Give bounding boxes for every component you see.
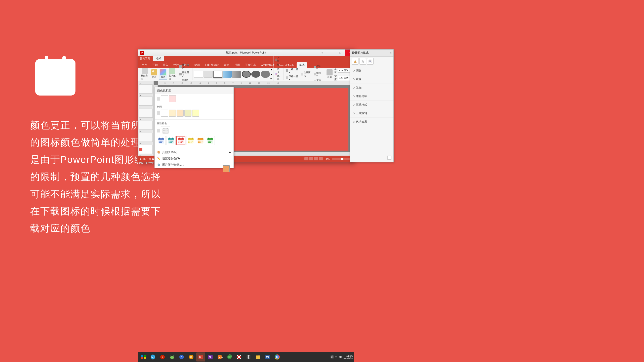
svg-rect-53	[158, 138, 164, 140]
send-backward-btn[interactable]: 下移一层 ▾	[285, 74, 299, 81]
android-btn[interactable]	[168, 352, 177, 361]
ppt-taskbar-btn[interactable]: P	[196, 352, 205, 361]
crop-btn[interactable]: 裁剪	[326, 69, 334, 79]
style-8[interactable]	[261, 71, 270, 78]
style-5[interactable]	[232, 71, 241, 78]
svg-rect-16	[41, 90, 45, 94]
tab-view[interactable]: 视图	[232, 62, 243, 68]
normal-view-btn[interactable]	[304, 157, 308, 160]
blue-app-btn[interactable]: f	[177, 352, 186, 361]
style-7[interactable]	[251, 71, 260, 78]
tab-developer[interactable]: 开发工具	[243, 62, 259, 68]
section-3d-format[interactable]: ▷ 三维格式	[350, 101, 393, 109]
thumbnail-19[interactable]: 19	[139, 130, 153, 142]
tone-swatch-3[interactable]	[177, 110, 184, 117]
tone-label: 色调	[157, 105, 231, 109]
thumbnail-20[interactable]: 20	[139, 143, 153, 154]
tone-swatch-4[interactable]	[184, 110, 191, 117]
group-btn[interactable]: 组合 ▾	[313, 71, 323, 78]
onenote-btn[interactable]: N	[206, 352, 215, 361]
tab-file[interactable]: 文件	[139, 62, 150, 68]
tab-home[interactable]: 开始	[150, 62, 160, 68]
fill-icon-btn[interactable]	[352, 58, 358, 65]
slide-sorter-btn[interactable]	[309, 157, 313, 160]
bring-forward-btn[interactable]: 上移一层 ▾	[285, 67, 299, 74]
thumbnail-15[interactable]: 15	[139, 82, 153, 94]
thumbnail-21[interactable]: 21	[139, 155, 153, 156]
style-3[interactable]	[213, 71, 222, 78]
style-4[interactable]	[223, 71, 232, 78]
cross-app-btn[interactable]	[234, 352, 244, 361]
tone-swatch-1[interactable]	[161, 110, 168, 117]
tone-swatch-2[interactable]	[169, 110, 176, 117]
format-tab[interactable]: 格式	[153, 56, 164, 61]
style-1[interactable]	[194, 71, 203, 78]
maximize-button[interactable]: □	[336, 50, 345, 56]
thumbnail-17[interactable]: 17	[139, 106, 153, 118]
section-soften[interactable]: ▷ 柔化边缘	[350, 92, 393, 101]
section-shadow[interactable]: ▷ 阴影	[350, 66, 393, 75]
recolor-red[interactable]	[176, 136, 185, 145]
selection-pane-btn[interactable]: 选择窗格	[300, 70, 312, 78]
picture-effects-btn[interactable]: 图片效果	[274, 67, 283, 81]
remove-background-btn[interactable]: 删除背景	[140, 67, 149, 81]
recolor-green[interactable]	[206, 136, 215, 145]
selected-swatch[interactable]	[223, 165, 230, 172]
ie-btn[interactable]: e	[148, 352, 157, 361]
section-3d-rotation[interactable]: ▷ 三维旋转	[350, 109, 393, 118]
recolor-teal[interactable]	[167, 136, 176, 145]
recolor-orange[interactable]	[196, 136, 205, 145]
svg-rect-92	[192, 141, 193, 142]
tab-review[interactable]: 审阅	[221, 62, 232, 68]
panel-close-btn[interactable]: ×	[390, 51, 391, 55]
section-reflection[interactable]: ▷ 映像	[350, 75, 393, 83]
svg-point-149	[228, 356, 231, 358]
menu-picture-color-options[interactable]: ⚙️ 图片颜色选项(C...	[155, 162, 233, 168]
svg-rect-77	[182, 138, 183, 139]
section-artistic[interactable]: ▷ 艺术效果	[350, 118, 393, 126]
files-btn[interactable]	[254, 352, 263, 361]
section-glow[interactable]: ▷ 发光	[350, 83, 393, 92]
recolor-yellow[interactable]	[186, 136, 195, 145]
music-btn[interactable]: ♪	[158, 352, 167, 361]
style-scroll[interactable]: ▲ ▼ ▾	[270, 68, 273, 80]
tab-format[interactable]: 格式	[297, 62, 307, 68]
swatch-light-red[interactable]	[169, 95, 176, 102]
style-6[interactable]	[242, 71, 251, 78]
chrome-btn[interactable]	[273, 352, 282, 361]
recolor-blue[interactable]	[157, 136, 166, 145]
change-picture-btn[interactable]: 更改图片	[178, 70, 191, 78]
java-btn[interactable]: java	[215, 352, 224, 361]
picture-format-btn[interactable]	[367, 58, 374, 65]
panel-checkbox[interactable]	[387, 156, 391, 160]
wifi-btn[interactable]: ((	[187, 352, 196, 361]
thumbnail-18[interactable]: 18	[139, 118, 153, 130]
color-btn[interactable]: 颜色	[159, 69, 167, 80]
style-2[interactable]	[204, 71, 213, 78]
word-btn[interactable]: W	[263, 352, 272, 361]
unity-btn[interactable]	[244, 352, 253, 361]
artistic-effects-btn[interactable]: 艺术效果	[168, 67, 177, 81]
recolor-swatch-original[interactable]	[161, 126, 170, 135]
browser-btn[interactable]	[225, 352, 234, 361]
thumbnail-16[interactable]: 16	[139, 94, 153, 106]
menu-more-variants[interactable]: 🎨 其他变体(M) ▶	[155, 149, 233, 155]
tab-slideshow[interactable]: 幻灯片放映	[203, 62, 221, 68]
svg-point-135	[173, 357, 174, 357]
corrections-btn[interactable]: 更正	[150, 69, 158, 79]
menu-set-transparent[interactable]: ✏️ 设置透明色(S)	[155, 155, 233, 162]
shape-effects-btn[interactable]	[359, 58, 366, 65]
slideshow-btn[interactable]	[319, 157, 323, 160]
tone-swatch-5[interactable]	[192, 110, 199, 117]
tab-insert[interactable]: 插入	[160, 62, 171, 68]
svg-rect-39	[157, 111, 160, 115]
align-btn[interactable]: 对齐 ▾	[313, 64, 323, 71]
compress-pictures-btn[interactable]: 压缩图片	[178, 63, 191, 70]
reading-view-btn[interactable]	[314, 157, 318, 160]
minimize-button[interactable]: −	[327, 50, 336, 56]
zoom-slider[interactable]	[332, 158, 352, 160]
swatch-white[interactable]	[161, 95, 168, 102]
tab-animations[interactable]: 动画	[192, 62, 203, 68]
help-button[interactable]: ?	[318, 50, 327, 56]
windows-start-btn[interactable]	[139, 352, 148, 361]
